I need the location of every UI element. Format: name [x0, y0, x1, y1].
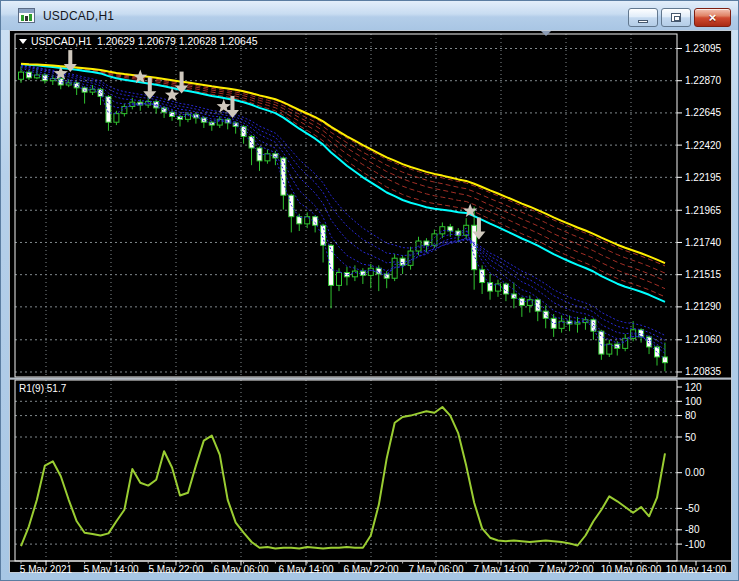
close-icon: ×	[709, 9, 717, 26]
chart-window-icon	[18, 8, 35, 23]
icon-titlebar-strip	[19, 9, 34, 13]
time-axis-label: 6 May 06:00	[213, 564, 268, 574]
sell-arrow-shaft	[477, 218, 481, 233]
chart-background[interactable]	[9, 30, 732, 573]
header-symbol: USDCAD,H1	[31, 35, 92, 47]
restore-button[interactable]	[661, 8, 691, 27]
restore-icon	[671, 13, 681, 22]
price-axis-label: 1.21515	[685, 269, 722, 280]
bull-candle-body	[368, 268, 373, 275]
bull-candle-body	[337, 273, 342, 286]
window-title: USDCAD,H1	[43, 9, 114, 23]
bear-candle-body	[170, 112, 175, 116]
indicator-label: R1(9) 51.7	[19, 383, 67, 394]
price-axis-label: 1.21740	[685, 237, 722, 248]
ohlc-header: USDCAD,H11.20629 1.20679 1.20628 1.20645	[19, 35, 258, 47]
bear-candle-body	[321, 225, 326, 245]
time-axis: 5 May 20215 May 14:005 May 22:006 May 06…	[20, 561, 727, 573]
indicator-axis-label: 120	[685, 382, 702, 393]
time-axis-label: 5 May 22:00	[148, 564, 203, 574]
bear-candle-body	[543, 311, 548, 318]
chart-canvas[interactable]: 1.230951.228701.226451.224201.221951.219…	[9, 30, 732, 573]
sell-arrow-shaft	[148, 77, 152, 92]
minimize-button[interactable]	[628, 8, 658, 27]
chart-client-area: 1.230951.228701.226451.224201.221951.219…	[9, 30, 732, 573]
price-axis-label: 1.22870	[685, 75, 722, 86]
time-axis-label: 7 May 06:00	[408, 564, 463, 574]
sell-arrow-shaft	[180, 72, 184, 87]
indicator-axis-label: -100	[685, 539, 705, 550]
bear-candle-body	[615, 344, 620, 348]
indicator-name-value: R1(9) 51.7	[19, 383, 67, 394]
bear-candle-body	[329, 245, 334, 285]
time-axis-label: 7 May 14:00	[473, 564, 528, 574]
price-axis-label: 1.22195	[685, 172, 722, 183]
price-axis-label: 1.21965	[685, 205, 722, 216]
price-axis-label: 1.20835	[685, 366, 722, 377]
bear-candle-body	[662, 357, 667, 363]
indicator-axis-label: -80	[685, 524, 700, 535]
header-ohlc-values: 1.20629 1.20679 1.20628 1.20645	[97, 35, 258, 47]
bear-candle-body	[488, 283, 493, 292]
bull-candle-body	[19, 72, 24, 79]
icon-candle	[21, 15, 24, 21]
time-axis-label: 6 May 22:00	[343, 564, 398, 574]
close-button[interactable]: ×	[694, 8, 731, 27]
indicator-axis-label: 0.00	[685, 467, 705, 478]
price-axis-label: 1.23095	[685, 43, 722, 54]
time-axis-label: 10 May 14:00	[666, 564, 727, 574]
sell-arrow-shaft	[230, 96, 234, 111]
price-axis-label: 1.22420	[685, 140, 722, 151]
icon-candle	[25, 16, 28, 21]
price-axis-label: 1.21060	[685, 334, 722, 345]
price-axis-label: 1.21290	[685, 301, 722, 312]
bull-candle-body	[607, 344, 612, 354]
bear-candle-body	[313, 217, 318, 226]
indicator-axis-label: 50	[685, 432, 697, 443]
time-axis-label: 7 May 22:00	[538, 564, 593, 574]
window-controls: ×	[628, 8, 731, 27]
bull-candle-body	[114, 114, 119, 123]
panel-splitter[interactable]	[9, 378, 732, 380]
chart-window: USDCAD,H1 × 1.230951.228701.226451.22420…	[0, 0, 739, 581]
minimize-icon	[638, 20, 648, 23]
indicator-axis-label: -50	[685, 503, 700, 514]
sell-arrow-shaft	[68, 50, 72, 65]
time-axis-label: 6 May 14:00	[278, 564, 333, 574]
bull-candle-body	[265, 154, 270, 161]
time-axis-label: 5 May 2021	[20, 564, 73, 574]
time-axis-label: 5 May 14:00	[83, 564, 138, 574]
icon-candle	[29, 14, 32, 21]
title-bar[interactable]: USDCAD,H1 ×	[1, 1, 738, 30]
bear-candle-body	[599, 331, 604, 354]
indicator-axis-label: 80	[685, 410, 697, 421]
bull-candle-body	[352, 271, 357, 277]
bear-candle-body	[106, 96, 111, 122]
time-axis-label: 10 May 06:00	[601, 564, 662, 574]
indicator-axis-label: 100	[685, 396, 702, 407]
bear-candle-body	[281, 158, 286, 195]
price-axis-label: 1.22645	[685, 107, 722, 118]
